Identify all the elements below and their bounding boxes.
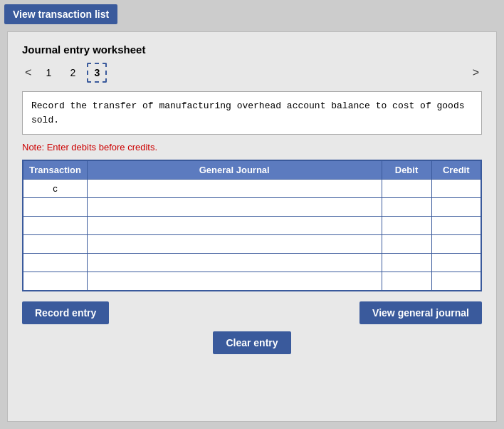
tab-nav: < 1 2 3 > <box>22 63 482 83</box>
note-text: Note: Enter debits before credits. <box>22 142 482 153</box>
table-row <box>23 235 481 254</box>
cell-transaction-4[interactable] <box>23 254 87 272</box>
cell-debit-5[interactable] <box>382 272 431 291</box>
view-general-journal-button[interactable]: View general journal <box>359 301 482 324</box>
cell-transaction-1[interactable] <box>23 198 87 217</box>
table-row <box>23 272 481 291</box>
cell-credit-2[interactable] <box>431 217 481 235</box>
cell-debit-1[interactable] <box>382 198 431 217</box>
col-general-journal: General Journal <box>87 160 382 180</box>
cell-debit-4[interactable] <box>382 254 431 272</box>
col-debit: Debit <box>382 160 431 180</box>
clear-entry-row: Clear entry <box>22 331 482 354</box>
cell-journal-0[interactable] <box>87 180 382 198</box>
cell-transaction-0[interactable]: c <box>23 180 87 198</box>
table-row <box>23 254 481 272</box>
cell-journal-2[interactable] <box>87 217 382 235</box>
table-row: c <box>23 180 481 198</box>
buttons-row: Record entry View general journal <box>22 301 482 324</box>
view-transaction-button[interactable]: View transaction list <box>4 4 117 24</box>
tab-prev-arrow[interactable]: < <box>22 65 34 81</box>
cell-credit-1[interactable] <box>431 198 481 217</box>
cell-journal-4[interactable] <box>87 254 382 272</box>
table-row <box>23 217 481 235</box>
journal-table: Transaction General Journal Debit Credit… <box>22 160 482 291</box>
cell-journal-3[interactable] <box>87 235 382 254</box>
cell-debit-3[interactable] <box>382 235 431 254</box>
worksheet-title: Journal entry worksheet <box>22 43 482 56</box>
tab-1[interactable]: 1 <box>38 63 58 83</box>
instruction-box: Record the transfer of manufacturing ove… <box>22 91 482 135</box>
cell-debit-0[interactable] <box>382 180 431 198</box>
col-transaction: Transaction <box>23 160 87 180</box>
cell-journal-1[interactable] <box>87 198 382 217</box>
cell-transaction-3[interactable] <box>23 235 87 254</box>
cell-credit-4[interactable] <box>431 254 481 272</box>
clear-entry-button[interactable]: Clear entry <box>213 331 290 354</box>
table-row <box>23 198 481 217</box>
tab-3[interactable]: 3 <box>87 63 107 83</box>
outer-wrapper: View transaction list Journal entry work… <box>0 0 504 429</box>
tab-next-arrow[interactable]: > <box>470 65 482 81</box>
cell-transaction-2[interactable] <box>23 217 87 235</box>
cell-journal-5[interactable] <box>87 272 382 291</box>
cell-credit-5[interactable] <box>431 272 481 291</box>
cell-transaction-5[interactable] <box>23 272 87 291</box>
record-entry-button[interactable]: Record entry <box>22 301 109 324</box>
main-panel: Journal entry worksheet < 1 2 3 > Record… <box>7 31 497 422</box>
cell-credit-0[interactable] <box>431 180 481 198</box>
cell-debit-2[interactable] <box>382 217 431 235</box>
tab-2[interactable]: 2 <box>63 63 83 83</box>
cell-credit-3[interactable] <box>431 235 481 254</box>
col-credit: Credit <box>431 160 481 180</box>
